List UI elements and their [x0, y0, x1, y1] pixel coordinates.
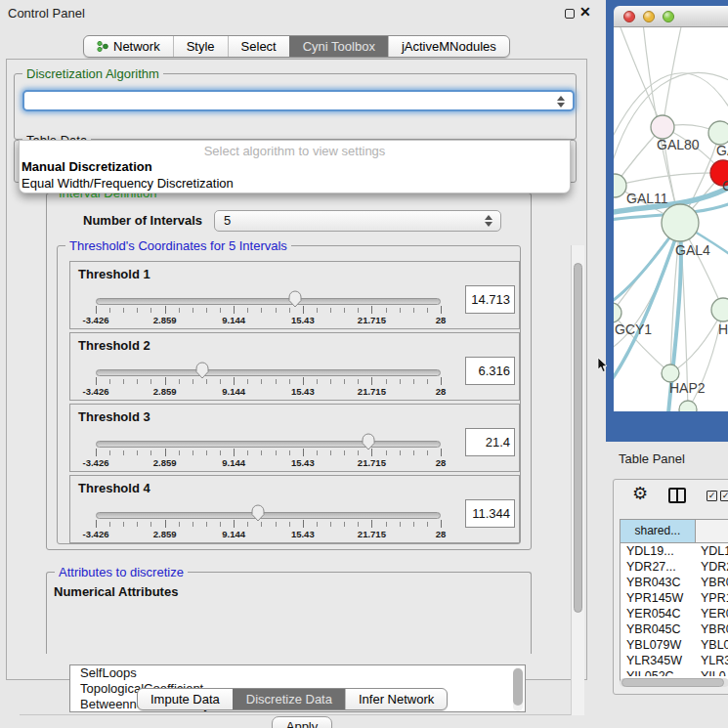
slider-thumb[interactable]: [287, 289, 302, 308]
table-row[interactable]: YDR27...YDR2: [621, 559, 728, 575]
slider-scale: -3.4262.8599.14415.4321.71528: [96, 315, 441, 326]
table-panel-titlebar: Table Panel: [606, 446, 728, 473]
tab-jactivemnodules[interactable]: jActiveMNodules: [388, 36, 509, 57]
threshold-3-panel: Threshold 3 -3.4262.8599.14415.4321.7152…: [69, 404, 520, 472]
list-scrollbar[interactable]: [513, 667, 523, 711]
slider-thumb[interactable]: [361, 432, 375, 450]
node-top-right[interactable]: [708, 121, 728, 145]
list-item[interactable]: SelfLoops: [70, 665, 525, 681]
dropdown-option-equal-width[interactable]: Equal Width/Frequency Discretization: [20, 175, 570, 192]
table-row[interactable]: YBR045CYBR0: [621, 621, 728, 637]
table-row[interactable]: YPR145WYPR1: [621, 590, 728, 606]
node-label-partial: GA: [716, 143, 728, 158]
network-window-titlebar[interactable]: [614, 6, 728, 27]
threshold-value-field[interactable]: 6.316: [465, 357, 515, 385]
slider-ticks: [96, 308, 442, 313]
node-bottom[interactable]: [679, 401, 697, 411]
tab-infer-network[interactable]: Infer Network: [345, 689, 447, 709]
slider-thumb[interactable]: [250, 503, 265, 522]
tab-style[interactable]: Style: [173, 36, 228, 57]
node-label-gal4: GAL4: [675, 242, 710, 258]
threshold-4-panel: Threshold 4 -3.4262.8599.14415.4321.7152…: [69, 475, 520, 543]
table-row[interactable]: YIL052CYIL0: [621, 668, 728, 676]
slider-track[interactable]: [96, 512, 441, 519]
threshold-2-panel: Threshold 2 -3.4262.8599.14415.4321.7152…: [69, 332, 520, 401]
slider-ticks: [96, 522, 442, 527]
network-view-window: GAL80 GA C GAL11 GAL4 GCY1 H HAP2: [606, 0, 728, 442]
table-row[interactable]: YDL19...YDL1: [621, 543, 728, 559]
spinner-arrows-icon: [485, 215, 492, 227]
tab-cyni-toolbox[interactable]: Cyni Toolbox: [289, 36, 388, 57]
screen: Control Panel ✕ Network Style Select Cyn…: [0, 0, 728, 728]
slider-thumb[interactable]: [195, 361, 210, 379]
threshold-1-panel: Threshold 1 -3.4262.8599.14415.4321.7152…: [69, 261, 520, 329]
node-gal11[interactable]: [614, 174, 626, 197]
column-header-name[interactable]: n: [696, 520, 728, 542]
gear-icon[interactable]: ⚙: [632, 485, 648, 502]
slider-ticks: [96, 379, 442, 384]
slider-track[interactable]: [96, 298, 441, 305]
number-of-intervals-spinner[interactable]: 5: [214, 210, 501, 232]
slider-scale: -3.4262.8599.14415.4321.71528: [96, 457, 441, 469]
divider: [20, 714, 582, 715]
column-header-shared[interactable]: shared...: [621, 520, 696, 542]
node-table: shared... n YDL19...YDL1 YDR27...YDR2 YB…: [620, 519, 728, 682]
settings-scrollbar[interactable]: [571, 245, 584, 715]
tab-impute-data[interactable]: Impute Data: [138, 689, 233, 709]
table-horizontal-scrollbar[interactable]: [620, 678, 728, 687]
dropdown-option-manual[interactable]: Manual Discretization: [20, 158, 570, 175]
network-graph: GAL80 GA C GAL11 GAL4 GCY1 H HAP2: [614, 27, 728, 411]
table-rows: YDL19...YDL1 YDR27...YDR2 YBR043CYBR0 YP…: [621, 543, 728, 676]
slider-track[interactable]: [96, 441, 441, 448]
slider-scale: -3.4262.8599.14415.4321.71528: [96, 529, 441, 540]
group-title: Attributes to discretize: [55, 565, 188, 579]
node-label-partial: H: [718, 321, 728, 337]
slider-scale: -3.4262.8599.14415.4321.71528: [96, 386, 441, 398]
dropdown-prompt: Select algorithm to view settings: [20, 141, 570, 158]
table-row[interactable]: YLR345WYLR3: [621, 653, 728, 668]
table-panel-title: Table Panel: [619, 451, 685, 466]
checkbox-icon[interactable]: ✓: [720, 491, 728, 501]
minimize-traffic-light-icon[interactable]: [643, 11, 655, 22]
control-panel-tabs: Network Style Select Cyni Toolbox jActiv…: [83, 35, 510, 58]
discretization-algorithm-group: Discretization Algorithm: [14, 73, 577, 140]
table-row[interactable]: YBR043CYBR0: [621, 575, 728, 590]
tab-select[interactable]: Select: [228, 36, 289, 57]
algorithm-dropdown-popup: Select algorithm to view settings Manual…: [19, 140, 571, 193]
threshold-value-field[interactable]: 21.4: [465, 428, 515, 456]
tab-network[interactable]: Network: [84, 36, 173, 57]
panel-title: Control Panel: [8, 6, 85, 21]
slider-track[interactable]: [96, 369, 441, 376]
threshold-value-field[interactable]: 11.344: [465, 499, 515, 528]
node-gcy1[interactable]: [614, 303, 621, 322]
checkbox-icon[interactable]: ✓: [707, 491, 717, 501]
close-traffic-light-icon[interactable]: [623, 11, 635, 22]
node-label-partial: C: [722, 178, 728, 193]
node-gal80[interactable]: [651, 115, 674, 139]
table-row[interactable]: YER054CYER0: [621, 606, 728, 621]
node-label-gal11: GAL11: [626, 191, 668, 206]
network-canvas[interactable]: GAL80 GA C GAL11 GAL4 GCY1 H HAP2: [614, 27, 728, 411]
tab-label: Network: [113, 36, 160, 58]
columns-icon[interactable]: [668, 488, 686, 503]
algorithm-combobox[interactable]: [22, 90, 575, 111]
cyni-bottom-tabs: Impute Data Discretize Data Infer Networ…: [137, 688, 448, 710]
table-row[interactable]: YBL079WYBL0: [621, 637, 728, 653]
cyni-toolbox-panel: Discretization Algorithm Table Data galF…: [6, 59, 587, 680]
float-window-icon[interactable]: [565, 9, 575, 19]
table-panel: ⚙ ✓ ✓ shared... n YDL19...YDL1 YDR27...Y…: [613, 479, 728, 695]
intervals-count-value: 5: [224, 213, 231, 228]
group-title: Discretization Algorithm: [22, 66, 163, 81]
threshold-value-field[interactable]: 14.713: [465, 285, 515, 314]
close-icon[interactable]: ✕: [579, 4, 591, 20]
network-icon: [97, 40, 108, 53]
combo-arrows-icon: [557, 96, 565, 107]
apply-button[interactable]: Apply: [272, 716, 332, 728]
zoom-traffic-light-icon[interactable]: [663, 11, 674, 22]
tab-discretize-data[interactable]: Discretize Data: [233, 689, 345, 709]
slider-ticks: [96, 450, 442, 455]
node-right[interactable]: [711, 298, 728, 321]
node-label-gal80: GAL80: [657, 137, 700, 152]
node-gal4[interactable]: [662, 204, 699, 241]
node-label-gcy1: GCY1: [615, 321, 652, 337]
